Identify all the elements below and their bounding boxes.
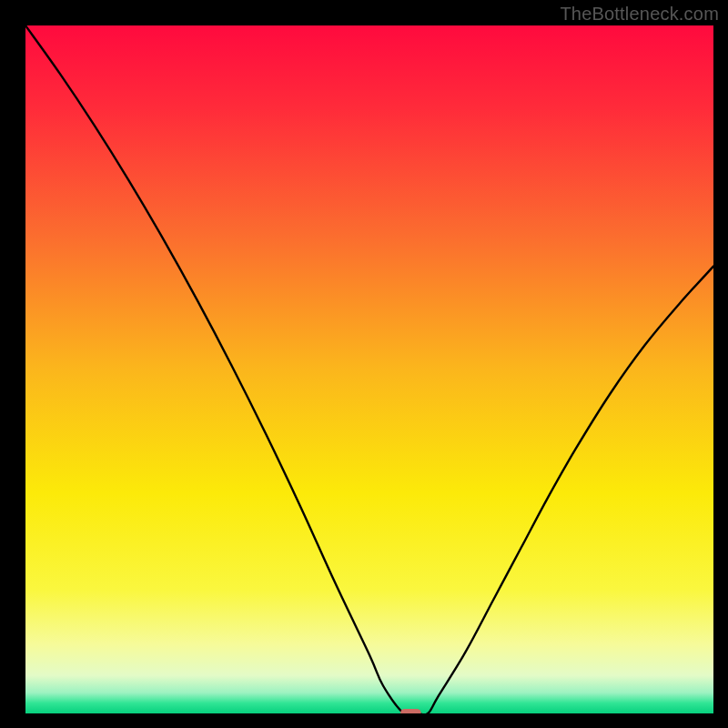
bottleneck-chart [25,25,713,713]
chart-frame: TheBottleneck.com [0,0,728,728]
gradient-background [25,25,713,713]
optimal-marker [400,709,421,713]
watermark-text: TheBottleneck.com [560,4,719,25]
plot-area [25,25,713,713]
